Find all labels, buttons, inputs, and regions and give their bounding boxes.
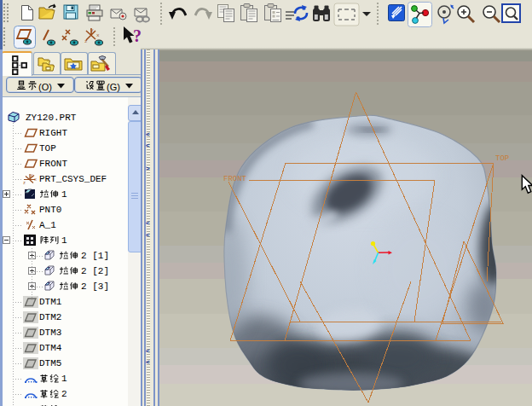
svg-text:FRONT: FRONT	[223, 175, 247, 183]
svg-text:x: x	[34, 177, 37, 183]
svg-text:?: ?	[133, 26, 142, 45]
svg-text:x: x	[96, 32, 100, 38]
svg-text:TOP: TOP	[495, 154, 509, 163]
svg-text:z: z	[23, 181, 26, 185]
svg-text:z: z	[84, 38, 88, 44]
svg-text:y: y	[90, 27, 94, 33]
svg-text:y: y	[31, 173, 33, 178]
